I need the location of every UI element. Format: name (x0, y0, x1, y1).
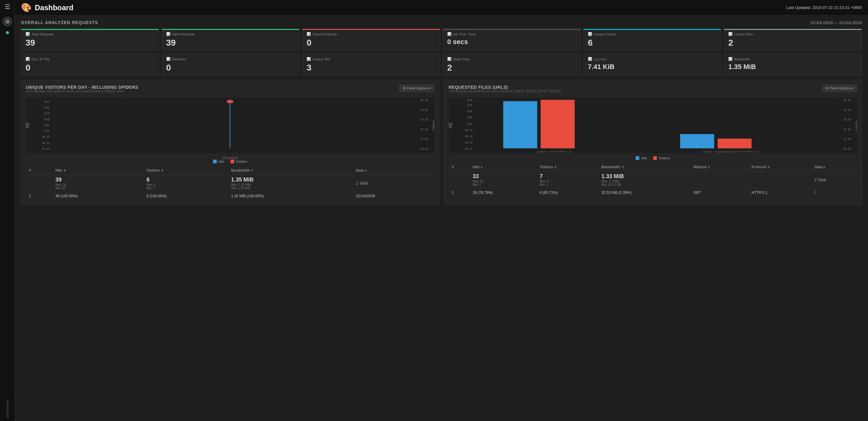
stat-label-files: 📊 Unique Files (728, 32, 857, 36)
date-range: 22/JUL/2018 — 22/JUL/2018 (810, 20, 862, 25)
svg-text:3.0: 3.0 (843, 118, 851, 121)
files-panel-options-button[interactable]: ⚙ Panel Options ▾ (822, 85, 857, 92)
files-total-num (449, 171, 470, 189)
stat-label-referrers: 📊Referrers (166, 57, 295, 61)
stat-unique-404[interactable]: 📊Unique 404 3 (302, 54, 440, 76)
svg-text:6.0: 6.0 (465, 135, 472, 138)
col-num[interactable]: # (26, 166, 52, 175)
svg-text:21: 21 (466, 104, 472, 107)
stat-excl-ip[interactable]: 📊Excl. IP Hits 0 (21, 54, 159, 76)
stat-label-static: 📊Static Files (447, 57, 576, 61)
stat-valid-requests[interactable]: 📊 Valid Requests 39 (162, 29, 300, 51)
svg-text:15: 15 (466, 116, 472, 119)
files-legend-hits: Hits (636, 156, 647, 160)
svg-text:0.0: 0.0 (421, 147, 428, 150)
visitors-panel-header: UNIQUE VISITORS PER DAY - INCLUDING SPID… (26, 85, 434, 96)
stat-referrers[interactable]: 📊Referrers 0 (162, 54, 300, 76)
sidebar-vertical-label: GWSocket (5, 399, 9, 418)
svg-text:32: 32 (44, 100, 50, 103)
svg-rect-56 (503, 101, 537, 148)
stat-label-404: 📊Unique 404 (307, 57, 436, 61)
app-title: Dashboard (35, 3, 73, 12)
stat-unique-files[interactable]: 📊 Unique Files 2 (724, 29, 862, 51)
stat-unique-visitors[interactable]: 📊 Unique Visitors 6 (583, 29, 721, 51)
files-col-protocol[interactable]: Protocol ⇕ (749, 163, 811, 171)
col-bandwidth[interactable]: Bandwidth ⇕ (228, 166, 353, 175)
svg-text:1.0: 1.0 (421, 137, 428, 141)
stat-bar-total (21, 29, 159, 30)
stat-bandwidth[interactable]: 📊Bandwidth 1.35 MiB (724, 54, 862, 76)
chart-icon-6: 📊 (728, 32, 733, 36)
files-col-method[interactable]: Method ⇕ (690, 163, 749, 171)
col-visitors[interactable]: Visitors ⇕ (144, 166, 228, 175)
stat-label-total: 📊 Total Requests (26, 32, 155, 36)
files-col-visitors[interactable]: Visitors ⇕ (536, 163, 598, 171)
files-row-bandwidth: 32.52 KiB (2.39%) (598, 189, 690, 197)
files-legend-visitors-dot (653, 156, 657, 160)
stat-value-static: 2 (447, 63, 576, 73)
settings-icon[interactable]: ⚙ (2, 17, 12, 27)
svg-text:Hits: Hits (26, 123, 30, 128)
stat-static-files[interactable]: 📊Static Files 2 (443, 54, 581, 76)
chart-icon-3: 📊 (307, 32, 311, 36)
visitors-panel-options-button[interactable]: ⚙ Panel Options ▾ (399, 85, 434, 92)
stat-bar-proc (443, 29, 581, 30)
chart-icon-5: 📊 (588, 32, 592, 36)
files-col-bandwidth[interactable]: Bandwidth ⇕ (598, 163, 690, 171)
stat-log-size[interactable]: 📊Log Size 7.41 KiB (583, 54, 721, 76)
total-bandwidth: 1.35 MiB Max: 1.35 MiB Min: 1.35 MiB (228, 175, 353, 192)
svg-text:0.0: 0.0 (42, 147, 50, 150)
svg-text:2.0: 2.0 (421, 128, 428, 131)
stat-label-proc: 📊 Init. Proc. Time (447, 32, 576, 36)
content-area: OVERALL ANALYZED REQUESTS 22/JUL/2018 — … (15, 16, 868, 421)
legend-visitors-label: Visitors (236, 160, 247, 163)
files-legend-visitors: Visitors (653, 156, 670, 160)
svg-text:4.0: 4.0 (843, 108, 851, 111)
svg-text:GET /report.html HTTP/1.1: GET /report.html HTTP/1.1 (703, 150, 760, 153)
row-bandwidth: 1.35 MiB (100.00%) (228, 192, 353, 200)
total-visitors: 6 Max: 6 Min: 6 (144, 175, 228, 192)
svg-rect-57 (540, 100, 575, 148)
header-logo: 🎨 (21, 2, 32, 12)
files-chart-legend: Hits Visitors (449, 156, 857, 160)
visitors-total-row: 39 Max: 39 Min: 39 6 Max: 6 Min: 6 1.35 … (26, 175, 434, 192)
svg-text:20: 20 (44, 118, 50, 121)
sidebar: ☰ ⚙ GWSocket (0, 0, 15, 421)
stat-label-log-size: 📊Log Size (588, 57, 717, 61)
stat-bar-failed (302, 29, 440, 30)
svg-text:9.0: 9.0 (465, 129, 472, 132)
svg-text:2.0: 2.0 (843, 128, 851, 131)
chart-icon-2: 📊 (166, 32, 170, 36)
files-panel-title-group: REQUESTED FILES (URLS) TOP REQUESTS SORT… (449, 85, 561, 96)
files-panel-title: REQUESTED FILES (URLS) (449, 85, 561, 90)
stat-label-excl-ip: 📊Excl. IP Hits (26, 57, 155, 61)
visitors-chart: 0.0 4.0 8.0 12 16 20 24 28 32 Hits 0.0 1… (26, 98, 434, 153)
stat-label-bandwidth: 📊Bandwidth (728, 57, 857, 61)
stat-failed-requests[interactable]: 📊 Failed Requests 0 (302, 29, 440, 51)
files-panel-header: REQUESTED FILES (URLS) TOP REQUESTS SORT… (449, 85, 857, 96)
stat-value-valid: 39 (166, 38, 295, 48)
stat-proc-time[interactable]: 📊 Init. Proc. Time 0 secs (443, 29, 581, 51)
visitors-panel: UNIQUE VISITORS PER DAY - INCLUDING SPID… (21, 80, 439, 205)
svg-text:4.0: 4.0 (421, 108, 428, 111)
legend-hits: Hits (213, 160, 224, 163)
stat-total-requests[interactable]: 📊 Total Requests 39 (21, 29, 159, 51)
row-visitors: 6 (100.00%) (144, 192, 228, 200)
svg-text:3.0: 3.0 (465, 141, 472, 144)
files-col-hits[interactable]: Hits ▾ (470, 163, 537, 171)
hamburger-menu[interactable]: ☰ (5, 3, 10, 10)
visitors-chart-svg: 0.0 4.0 8.0 12 16 20 24 28 32 Hits 0.0 1… (26, 98, 434, 153)
col-data[interactable]: Data ▾ (353, 166, 434, 175)
svg-text:18: 18 (466, 110, 472, 113)
overall-section-header: OVERALL ANALYZED REQUESTS 22/JUL/2018 — … (21, 20, 862, 25)
header: 🎨 Dashboard Last Updated: 2018-07-22 21:… (15, 0, 868, 16)
files-chart: 0.0 3.0 6.0 9.0 12 15 18 21 24 Hits 0.0 … (449, 98, 857, 153)
main-content: 🎨 Dashboard Last Updated: 2018-07-22 21:… (15, 0, 868, 421)
svg-text:1.0: 1.0 (843, 137, 851, 141)
files-row-method: GET (690, 189, 749, 197)
files-col-num[interactable]: # (449, 163, 470, 171)
row-date: 22/Jul/2018 (353, 192, 434, 200)
files-col-data[interactable]: Data ▾ (811, 163, 857, 171)
col-hits[interactable]: Hits ⇕ (52, 166, 144, 175)
files-row-url: / (811, 189, 857, 197)
